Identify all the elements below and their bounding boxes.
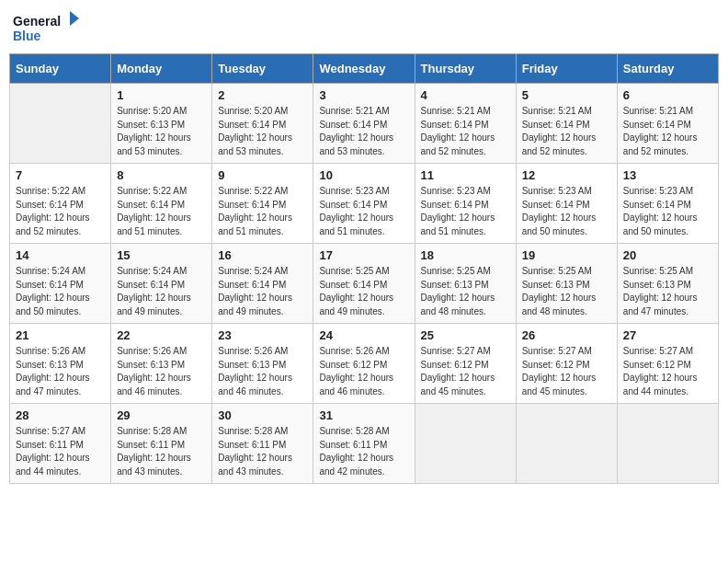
day-number: 13 xyxy=(623,168,712,182)
calendar-cell: 6Sunrise: 5:21 AMSunset: 6:14 PMDaylight… xyxy=(617,84,718,164)
day-info: Sunrise: 5:27 AMSunset: 6:12 PMDaylight:… xyxy=(421,345,510,398)
calendar-cell: 13Sunrise: 5:23 AMSunset: 6:14 PMDayligh… xyxy=(617,164,718,244)
day-info: Sunrise: 5:21 AMSunset: 6:14 PMDaylight:… xyxy=(623,105,712,158)
calendar-cell: 8Sunrise: 5:22 AMSunset: 6:14 PMDaylight… xyxy=(111,164,212,244)
calendar-cell xyxy=(10,84,111,164)
day-info: Sunrise: 5:26 AMSunset: 6:13 PMDaylight:… xyxy=(117,345,206,398)
day-number: 24 xyxy=(319,328,408,342)
day-number: 8 xyxy=(117,168,206,182)
day-number: 26 xyxy=(522,328,611,342)
col-header-monday: Monday xyxy=(111,54,212,84)
calendar-cell: 30Sunrise: 5:28 AMSunset: 6:11 PMDayligh… xyxy=(212,404,313,484)
day-number: 9 xyxy=(218,168,307,182)
calendar-cell: 14Sunrise: 5:24 AMSunset: 6:14 PMDayligh… xyxy=(10,244,111,324)
day-number: 11 xyxy=(421,168,510,182)
col-header-thursday: Thursday xyxy=(415,54,516,84)
day-number: 15 xyxy=(117,248,206,262)
day-info: Sunrise: 5:26 AMSunset: 6:13 PMDaylight:… xyxy=(16,345,105,398)
calendar-cell: 4Sunrise: 5:21 AMSunset: 6:14 PMDaylight… xyxy=(415,84,516,164)
day-number: 25 xyxy=(421,328,510,342)
day-info: Sunrise: 5:21 AMSunset: 6:14 PMDaylight:… xyxy=(522,105,611,158)
calendar-cell: 16Sunrise: 5:24 AMSunset: 6:14 PMDayligh… xyxy=(212,244,313,324)
day-number: 21 xyxy=(16,328,105,342)
col-header-saturday: Saturday xyxy=(617,54,718,84)
day-info: Sunrise: 5:26 AMSunset: 6:13 PMDaylight:… xyxy=(218,345,307,398)
day-info: Sunrise: 5:23 AMSunset: 6:14 PMDaylight:… xyxy=(623,185,712,238)
day-info: Sunrise: 5:27 AMSunset: 6:12 PMDaylight:… xyxy=(522,345,611,398)
week-row-2: 7Sunrise: 5:22 AMSunset: 6:14 PMDaylight… xyxy=(10,164,719,244)
calendar-cell: 18Sunrise: 5:25 AMSunset: 6:13 PMDayligh… xyxy=(415,244,516,324)
calendar-cell: 15Sunrise: 5:24 AMSunset: 6:14 PMDayligh… xyxy=(111,244,212,324)
col-header-sunday: Sunday xyxy=(10,54,111,84)
day-info: Sunrise: 5:25 AMSunset: 6:13 PMDaylight:… xyxy=(421,265,510,318)
day-number: 4 xyxy=(421,88,510,102)
day-number: 10 xyxy=(319,168,408,182)
day-number: 18 xyxy=(421,248,510,262)
calendar-cell: 28Sunrise: 5:27 AMSunset: 6:11 PMDayligh… xyxy=(10,404,111,484)
day-number: 30 xyxy=(218,408,307,422)
day-number: 6 xyxy=(623,88,712,102)
week-row-4: 21Sunrise: 5:26 AMSunset: 6:13 PMDayligh… xyxy=(10,324,719,404)
day-number: 20 xyxy=(623,248,712,262)
calendar-cell: 7Sunrise: 5:22 AMSunset: 6:14 PMDaylight… xyxy=(10,164,111,244)
calendar-cell: 24Sunrise: 5:26 AMSunset: 6:12 PMDayligh… xyxy=(313,324,415,404)
col-header-tuesday: Tuesday xyxy=(212,54,313,84)
calendar-cell: 5Sunrise: 5:21 AMSunset: 6:14 PMDaylight… xyxy=(516,84,617,164)
day-number: 23 xyxy=(218,328,307,342)
svg-text:General: General xyxy=(13,14,61,29)
calendar-cell: 3Sunrise: 5:21 AMSunset: 6:14 PMDaylight… xyxy=(313,84,415,164)
calendar-cell: 20Sunrise: 5:25 AMSunset: 6:13 PMDayligh… xyxy=(617,244,718,324)
day-info: Sunrise: 5:22 AMSunset: 6:14 PMDaylight:… xyxy=(16,185,105,238)
day-number: 19 xyxy=(522,248,611,262)
logo: General Blue xyxy=(13,9,86,46)
day-info: Sunrise: 5:28 AMSunset: 6:11 PMDaylight:… xyxy=(117,425,206,478)
day-info: Sunrise: 5:24 AMSunset: 6:14 PMDaylight:… xyxy=(218,265,307,318)
day-info: Sunrise: 5:25 AMSunset: 6:14 PMDaylight:… xyxy=(319,265,408,318)
week-row-3: 14Sunrise: 5:24 AMSunset: 6:14 PMDayligh… xyxy=(10,244,719,324)
day-number: 22 xyxy=(117,328,206,342)
day-info: Sunrise: 5:22 AMSunset: 6:14 PMDaylight:… xyxy=(218,185,307,238)
day-info: Sunrise: 5:28 AMSunset: 6:11 PMDaylight:… xyxy=(218,425,307,478)
day-number: 5 xyxy=(522,88,611,102)
day-info: Sunrise: 5:25 AMSunset: 6:13 PMDaylight:… xyxy=(623,265,712,318)
day-info: Sunrise: 5:24 AMSunset: 6:14 PMDaylight:… xyxy=(117,265,206,318)
calendar-cell: 21Sunrise: 5:26 AMSunset: 6:13 PMDayligh… xyxy=(10,324,111,404)
day-info: Sunrise: 5:26 AMSunset: 6:12 PMDaylight:… xyxy=(319,345,408,398)
calendar-cell: 19Sunrise: 5:25 AMSunset: 6:13 PMDayligh… xyxy=(516,244,617,324)
day-info: Sunrise: 5:21 AMSunset: 6:14 PMDaylight:… xyxy=(421,105,510,158)
day-info: Sunrise: 5:21 AMSunset: 6:14 PMDaylight:… xyxy=(319,105,408,158)
calendar-cell: 22Sunrise: 5:26 AMSunset: 6:13 PMDayligh… xyxy=(111,324,212,404)
day-number: 3 xyxy=(319,88,408,102)
day-number: 17 xyxy=(319,248,408,262)
day-info: Sunrise: 5:28 AMSunset: 6:11 PMDaylight:… xyxy=(319,425,408,478)
day-number: 12 xyxy=(522,168,611,182)
day-number: 16 xyxy=(218,248,307,262)
day-info: Sunrise: 5:27 AMSunset: 6:12 PMDaylight:… xyxy=(623,345,712,398)
calendar-cell xyxy=(415,404,516,484)
calendar-cell: 12Sunrise: 5:23 AMSunset: 6:14 PMDayligh… xyxy=(516,164,617,244)
calendar-cell: 9Sunrise: 5:22 AMSunset: 6:14 PMDaylight… xyxy=(212,164,313,244)
calendar-cell: 31Sunrise: 5:28 AMSunset: 6:11 PMDayligh… xyxy=(313,404,415,484)
svg-text:Blue: Blue xyxy=(13,29,41,43)
day-number: 2 xyxy=(218,88,307,102)
day-info: Sunrise: 5:25 AMSunset: 6:13 PMDaylight:… xyxy=(522,265,611,318)
calendar-cell: 17Sunrise: 5:25 AMSunset: 6:14 PMDayligh… xyxy=(313,244,415,324)
day-number: 1 xyxy=(117,88,206,102)
calendar-cell: 2Sunrise: 5:20 AMSunset: 6:14 PMDaylight… xyxy=(212,84,313,164)
calendar-table: SundayMondayTuesdayWednesdayThursdayFrid… xyxy=(9,53,719,484)
week-row-5: 28Sunrise: 5:27 AMSunset: 6:11 PMDayligh… xyxy=(10,404,719,484)
day-info: Sunrise: 5:24 AMSunset: 6:14 PMDaylight:… xyxy=(16,265,105,318)
header: General Blue xyxy=(9,9,719,46)
day-number: 28 xyxy=(16,408,105,422)
header-row: SundayMondayTuesdayWednesdayThursdayFrid… xyxy=(10,54,719,84)
logo-svg: General Blue xyxy=(13,9,86,46)
calendar-cell: 29Sunrise: 5:28 AMSunset: 6:11 PMDayligh… xyxy=(111,404,212,484)
day-number: 29 xyxy=(117,408,206,422)
day-info: Sunrise: 5:23 AMSunset: 6:14 PMDaylight:… xyxy=(522,185,611,238)
calendar-cell: 25Sunrise: 5:27 AMSunset: 6:12 PMDayligh… xyxy=(415,324,516,404)
calendar-cell: 10Sunrise: 5:23 AMSunset: 6:14 PMDayligh… xyxy=(313,164,415,244)
calendar-cell: 27Sunrise: 5:27 AMSunset: 6:12 PMDayligh… xyxy=(617,324,718,404)
day-info: Sunrise: 5:27 AMSunset: 6:11 PMDaylight:… xyxy=(16,425,105,478)
calendar-cell: 1Sunrise: 5:20 AMSunset: 6:13 PMDaylight… xyxy=(111,84,212,164)
day-info: Sunrise: 5:23 AMSunset: 6:14 PMDaylight:… xyxy=(319,185,408,238)
